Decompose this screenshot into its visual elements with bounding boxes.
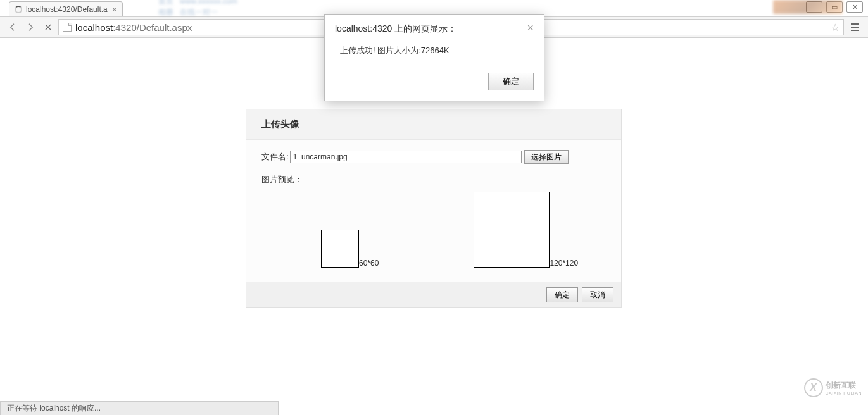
hamburger-menu-button[interactable]: [846, 19, 863, 35]
alert-ok-button[interactable]: 确定: [488, 73, 534, 90]
choose-image-button[interactable]: 选择图片: [524, 150, 569, 164]
bookmark-star-icon[interactable]: ☆: [831, 22, 840, 34]
watermark-text: 创新互联: [826, 380, 862, 391]
preview-box-120: [474, 192, 550, 268]
preview-label: 图片预览：: [261, 174, 303, 185]
stop-button[interactable]: [41, 20, 56, 35]
filename-label: 文件名:: [261, 151, 289, 163]
alert-title: localhost:4320 上的网页显示：: [335, 23, 456, 35]
preview-row: 60*60 120*120: [261, 192, 606, 268]
url-text: localhost:4320/Default.aspx: [75, 22, 192, 33]
filename-row: 文件名: 选择图片: [261, 150, 606, 164]
javascript-alert-dialog: localhost:4320 上的网页显示： × 上传成功! 图片大小为:726…: [324, 14, 544, 101]
cancel-button[interactable]: 取消: [582, 287, 613, 302]
forward-button[interactable]: [23, 20, 38, 35]
back-button[interactable]: [5, 20, 20, 35]
watermark-subtext: CAIXIN HULIAN: [826, 391, 862, 395]
preview-box-60: [321, 230, 359, 268]
alert-message: 上传成功! 图片大小为:72664K: [325, 40, 544, 68]
upload-avatar-panel: 上传头像 文件名: 选择图片 图片预览： 60*60 120*120: [246, 109, 622, 308]
browser-tab[interactable]: localhost:4320/Default.a ×: [9, 1, 123, 16]
page-icon: [63, 23, 72, 32]
watermark-logo-icon: X: [804, 378, 823, 397]
filename-input[interactable]: [290, 151, 522, 163]
tab-title: localhost:4320/Default.a: [26, 5, 108, 14]
panel-title: 上传头像: [246, 109, 621, 140]
size-label-120: 120*120: [550, 259, 578, 268]
background-blur-content: 首页 www.xxxxxx.com相册 在线一对一: [158, 0, 868, 14]
status-bar: 正在等待 localhost 的响应...: [0, 401, 868, 415]
status-text: 正在等待 localhost 的响应...: [0, 401, 279, 416]
alert-close-icon[interactable]: ×: [527, 23, 534, 32]
tab-close-icon[interactable]: ×: [112, 4, 117, 15]
size-label-60: 60*60: [359, 259, 379, 268]
confirm-button[interactable]: 确定: [546, 287, 578, 302]
loading-spinner-icon: [15, 6, 22, 13]
watermark: X 创新互联 CAIXIN HULIAN: [804, 378, 862, 397]
panel-footer: 确定 取消: [246, 282, 621, 307]
